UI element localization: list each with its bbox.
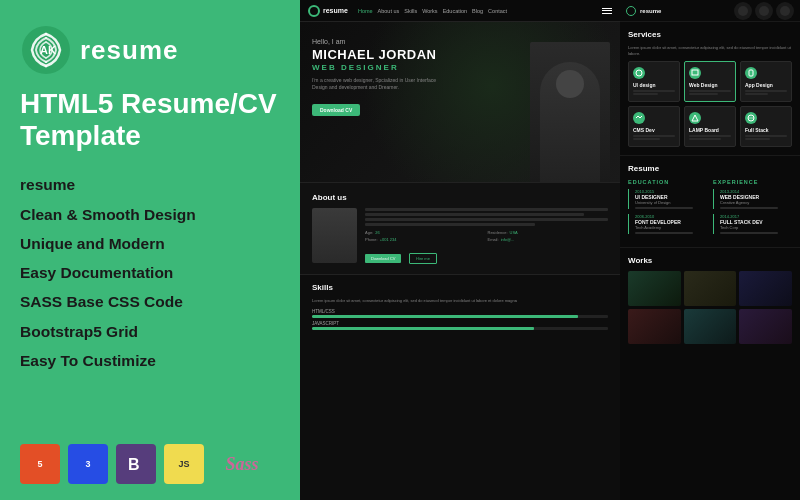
nav-hamburger-icon[interactable] [602, 8, 612, 14]
service-icon [745, 112, 757, 124]
edu-company: University of Design [635, 200, 707, 205]
brand-logo-icon: AK [20, 24, 72, 76]
nav-brand-text: resume [323, 7, 348, 14]
service-card-ui: UI design [628, 61, 680, 102]
mockup-main-page: resume Home About us Skills Works Educat… [300, 0, 620, 500]
service-name: Full Stack [745, 127, 787, 133]
side-brand: resume [640, 8, 661, 14]
left-panel: AK resume HTML5 Resume/CVTemplate resume… [0, 0, 300, 500]
service-desc-line [745, 138, 770, 140]
resume-section: Resume EDUCATION 2010-2015 UI DESIGNER U… [620, 156, 800, 248]
work-item-2 [684, 271, 737, 306]
experience-column: EXPERIENCE 2013-2014 WEB DESIGNER Creati… [713, 179, 792, 239]
circle-dot [738, 6, 748, 16]
side-nav-circle [776, 2, 794, 20]
about-section: About us Age: 26 [300, 182, 620, 274]
css3-badge: 3 [68, 444, 108, 484]
hero-job-title: WEB DESIGNER [312, 63, 608, 72]
nav-link-skills[interactable]: Skills [404, 8, 417, 14]
hero-text: Hello, I am MICHAEL JORDAN WEB DESIGNER … [312, 38, 608, 116]
about-photo [312, 208, 357, 263]
feature-item: SASS Base CSS Code [20, 287, 280, 316]
service-desc-line [633, 90, 675, 92]
about-text-line [365, 223, 535, 226]
service-card-lamp: LAMP Board [684, 106, 736, 147]
services-grid: UI design Web Design [628, 61, 792, 147]
work-thumb [739, 309, 792, 344]
nav-link-home[interactable]: Home [358, 8, 373, 14]
about-photo-inner [312, 208, 357, 263]
feature-item: Clean & Smooth Design [20, 200, 280, 229]
nav-link-about[interactable]: About us [378, 8, 400, 14]
edu-company: Tech Academy [635, 225, 707, 230]
about-buttons: Download CV Hire me [365, 246, 608, 264]
nav-link-works[interactable]: Works [422, 8, 437, 14]
download-cv-btn[interactable]: Download CV [365, 254, 401, 263]
nav-logo-dot [308, 5, 320, 17]
services-title: Services [628, 30, 792, 39]
works-title: Works [628, 256, 792, 265]
service-desc-line [689, 135, 731, 137]
about-text-area: Age: 26 Residence: USA Phone: +001 234 [365, 208, 608, 264]
info-label: Age: [365, 230, 373, 235]
about-text-line [365, 218, 608, 221]
lamp-icon [691, 114, 699, 122]
service-card-web: Web Design [684, 61, 736, 102]
bootstrap-icon: B [124, 452, 148, 476]
work-thumb [739, 271, 792, 306]
fullstack-icon [747, 114, 755, 122]
resume-desc-line [635, 207, 693, 209]
js-badge: JS [164, 444, 204, 484]
info-value: +001 234 [380, 237, 397, 242]
nav-link-education[interactable]: Education [443, 8, 467, 14]
skill-label: JAVASCRIPT [312, 321, 608, 326]
service-desc-line [745, 93, 768, 95]
exp-company: Tech Corp [720, 225, 792, 230]
resume-title: Resume [628, 164, 792, 173]
info-label: Email: [488, 237, 499, 242]
service-icon [689, 67, 701, 79]
app-design-icon [747, 69, 755, 77]
svg-point-3 [636, 70, 642, 76]
resume-columns: EDUCATION 2010-2015 UI DESIGNER Universi… [628, 179, 792, 239]
skill-bar-fill [312, 327, 534, 330]
svg-text:B: B [128, 456, 140, 473]
work-item-5 [684, 309, 737, 344]
circle-dot [780, 6, 790, 16]
experience-label: EXPERIENCE [713, 179, 792, 185]
exp-item-1: 2013-2014 WEB DESIGNER Creative Agency [713, 189, 792, 209]
about-text-line [365, 208, 608, 211]
hire-me-btn[interactable]: Hire me [409, 253, 437, 264]
logo-area: AK resume [20, 24, 280, 76]
edu-item-2: 2006-2010 FONT DEVELOPER Tech Academy [628, 214, 707, 234]
nav-link-blog[interactable]: Blog [472, 8, 483, 14]
skill-bar-fill [312, 315, 578, 318]
service-name: App Design [745, 82, 787, 88]
resume-desc-line [720, 207, 778, 209]
hero-greeting: Hello, I am [312, 38, 608, 45]
work-item-4 [628, 309, 681, 344]
service-desc-line [633, 135, 675, 137]
side-nav-circles [734, 2, 794, 20]
feature-item: Bootstrap5 Grid [20, 317, 280, 346]
nav-link-contact[interactable]: Contact [488, 8, 507, 14]
cms-icon [635, 114, 643, 122]
hero-section: Hello, I am MICHAEL JORDAN WEB DESIGNER … [300, 22, 620, 182]
skills-description: Lorem ipsum dolor sit amet, consectetur … [312, 298, 608, 304]
svg-rect-5 [749, 70, 753, 76]
edu-item-1: 2010-2015 UI DESIGNER University of Desi… [628, 189, 707, 209]
info-row-residence: Residence: USA [488, 230, 609, 235]
svg-marker-6 [692, 115, 698, 121]
circle-dot [759, 6, 769, 16]
service-card-fullstack: Full Stack [740, 106, 792, 147]
about-text-line [365, 213, 584, 216]
work-thumb [684, 271, 737, 306]
about-title: About us [312, 193, 608, 202]
nav-logo: resume [308, 5, 348, 17]
hero-cta-button[interactable]: Download CV [312, 104, 360, 116]
svg-text:AK: AK [40, 44, 56, 56]
exp-company: Creative Agency [720, 200, 792, 205]
bootstrap-badge: B [116, 444, 156, 484]
mockup-container: resume Home About us Skills Works Educat… [300, 0, 800, 500]
brand-name: resume [80, 35, 179, 66]
